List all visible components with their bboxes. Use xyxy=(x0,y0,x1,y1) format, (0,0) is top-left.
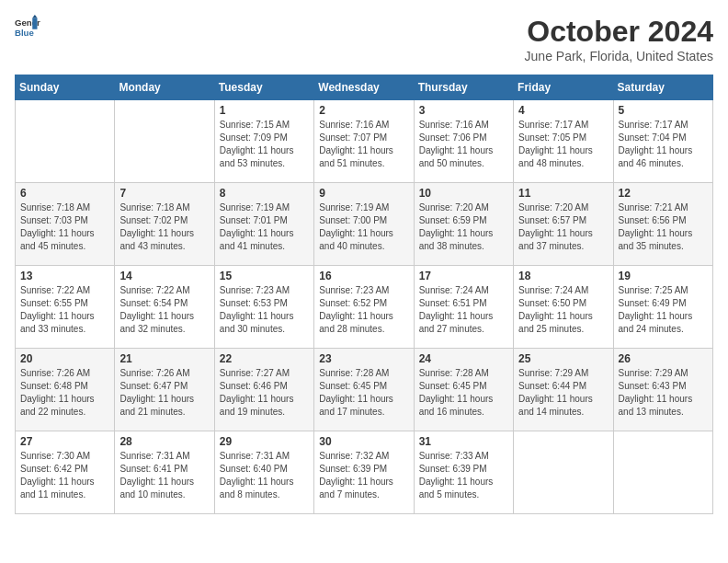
day-info: Sunrise: 7:18 AM Sunset: 7:03 PM Dayligh… xyxy=(20,201,109,253)
calendar-cell: 29Sunrise: 7:31 AM Sunset: 6:40 PM Dayli… xyxy=(214,431,313,514)
day-number: 29 xyxy=(220,435,309,448)
day-number: 16 xyxy=(319,270,408,282)
day-info: Sunrise: 7:26 AM Sunset: 6:47 PM Dayligh… xyxy=(119,367,209,419)
calendar-cell: 24Sunrise: 7:28 AM Sunset: 6:45 PM Dayli… xyxy=(414,349,513,431)
calendar-cell: 31Sunrise: 7:33 AM Sunset: 6:39 PM Dayli… xyxy=(414,431,513,514)
day-info: Sunrise: 7:33 AM Sunset: 6:39 PM Dayligh… xyxy=(419,450,508,501)
day-number: 10 xyxy=(419,187,508,200)
calendar-cell: 2Sunrise: 7:16 AM Sunset: 7:07 PM Daylig… xyxy=(314,100,414,183)
day-info: Sunrise: 7:20 AM Sunset: 6:59 PM Dayligh… xyxy=(419,201,508,253)
day-number: 25 xyxy=(518,352,608,365)
page-header: General Blue October 2024 June Park, Flo… xyxy=(15,15,713,63)
title-block: October 2024 June Park, Florida, United … xyxy=(525,15,713,63)
calendar-cell: 22Sunrise: 7:27 AM Sunset: 6:46 PM Dayli… xyxy=(214,349,313,431)
svg-text:Blue: Blue xyxy=(15,28,34,38)
day-info: Sunrise: 7:18 AM Sunset: 7:02 PM Dayligh… xyxy=(119,201,209,253)
day-number: 20 xyxy=(20,352,109,365)
day-info: Sunrise: 7:29 AM Sunset: 6:43 PM Dayligh… xyxy=(619,367,708,419)
weekday-thursday: Thursday xyxy=(414,75,513,100)
calendar-cell xyxy=(16,100,115,183)
calendar-cell: 8Sunrise: 7:19 AM Sunset: 7:01 PM Daylig… xyxy=(214,183,313,266)
calendar-cell: 18Sunrise: 7:24 AM Sunset: 6:50 PM Dayli… xyxy=(514,266,613,349)
calendar-cell: 17Sunrise: 7:24 AM Sunset: 6:51 PM Dayli… xyxy=(414,266,513,349)
calendar-cell: 15Sunrise: 7:23 AM Sunset: 6:53 PM Dayli… xyxy=(214,266,313,349)
day-number: 14 xyxy=(119,270,209,282)
calendar-cell: 28Sunrise: 7:31 AM Sunset: 6:41 PM Dayli… xyxy=(115,431,214,514)
day-number: 22 xyxy=(220,352,309,365)
calendar-cell: 4Sunrise: 7:17 AM Sunset: 7:05 PM Daylig… xyxy=(514,100,613,183)
day-number: 12 xyxy=(619,187,708,200)
calendar-cell: 11Sunrise: 7:20 AM Sunset: 6:57 PM Dayli… xyxy=(514,183,613,266)
weekday-monday: Monday xyxy=(115,75,214,100)
day-number: 8 xyxy=(220,187,309,200)
day-number: 11 xyxy=(518,187,608,200)
day-info: Sunrise: 7:26 AM Sunset: 6:48 PM Dayligh… xyxy=(20,367,109,419)
calendar-body: 1Sunrise: 7:15 AM Sunset: 7:09 PM Daylig… xyxy=(16,100,713,514)
svg-marker-3 xyxy=(32,15,37,18)
calendar-cell: 19Sunrise: 7:25 AM Sunset: 6:49 PM Dayli… xyxy=(613,266,712,349)
calendar-cell: 14Sunrise: 7:22 AM Sunset: 6:54 PM Dayli… xyxy=(115,266,214,349)
calendar-cell: 26Sunrise: 7:29 AM Sunset: 6:43 PM Dayli… xyxy=(613,349,712,431)
weekday-saturday: Saturday xyxy=(613,75,712,100)
calendar-week-5: 27Sunrise: 7:30 AM Sunset: 6:42 PM Dayli… xyxy=(16,431,713,514)
calendar-cell xyxy=(613,431,712,514)
calendar-cell: 21Sunrise: 7:26 AM Sunset: 6:47 PM Dayli… xyxy=(115,349,214,431)
day-info: Sunrise: 7:21 AM Sunset: 6:56 PM Dayligh… xyxy=(619,201,708,253)
calendar-cell: 6Sunrise: 7:18 AM Sunset: 7:03 PM Daylig… xyxy=(16,183,115,266)
day-info: Sunrise: 7:16 AM Sunset: 7:06 PM Dayligh… xyxy=(419,119,508,170)
calendar-cell: 12Sunrise: 7:21 AM Sunset: 6:56 PM Dayli… xyxy=(613,183,712,266)
weekday-tuesday: Tuesday xyxy=(214,75,313,100)
calendar-cell: 23Sunrise: 7:28 AM Sunset: 6:45 PM Dayli… xyxy=(314,349,414,431)
calendar-cell: 9Sunrise: 7:19 AM Sunset: 7:00 PM Daylig… xyxy=(314,183,414,266)
day-number: 5 xyxy=(619,104,708,117)
day-info: Sunrise: 7:16 AM Sunset: 7:07 PM Dayligh… xyxy=(319,119,408,170)
day-number: 18 xyxy=(518,270,608,282)
calendar-week-4: 20Sunrise: 7:26 AM Sunset: 6:48 PM Dayli… xyxy=(16,349,713,431)
calendar-cell xyxy=(115,100,214,183)
day-info: Sunrise: 7:28 AM Sunset: 6:45 PM Dayligh… xyxy=(419,367,508,419)
calendar-week-3: 13Sunrise: 7:22 AM Sunset: 6:55 PM Dayli… xyxy=(16,266,713,349)
logo: General Blue xyxy=(15,15,40,40)
calendar-cell: 25Sunrise: 7:29 AM Sunset: 6:44 PM Dayli… xyxy=(514,349,613,431)
day-info: Sunrise: 7:22 AM Sunset: 6:55 PM Dayligh… xyxy=(20,284,109,336)
day-number: 1 xyxy=(220,104,309,117)
day-number: 17 xyxy=(419,270,508,282)
day-number: 13 xyxy=(20,270,109,282)
day-info: Sunrise: 7:24 AM Sunset: 6:51 PM Dayligh… xyxy=(419,284,508,336)
calendar-cell: 3Sunrise: 7:16 AM Sunset: 7:06 PM Daylig… xyxy=(414,100,513,183)
day-number: 21 xyxy=(119,352,209,365)
weekday-header-row: SundayMondayTuesdayWednesdayThursdayFrid… xyxy=(16,75,713,100)
day-info: Sunrise: 7:24 AM Sunset: 6:50 PM Dayligh… xyxy=(518,284,608,336)
location: June Park, Florida, United States xyxy=(525,49,713,63)
day-info: Sunrise: 7:28 AM Sunset: 6:45 PM Dayligh… xyxy=(319,367,408,419)
day-number: 23 xyxy=(319,352,408,365)
day-info: Sunrise: 7:15 AM Sunset: 7:09 PM Dayligh… xyxy=(220,119,309,170)
month-title: October 2024 xyxy=(525,15,713,49)
day-info: Sunrise: 7:19 AM Sunset: 7:01 PM Dayligh… xyxy=(220,201,309,253)
day-info: Sunrise: 7:23 AM Sunset: 6:52 PM Dayligh… xyxy=(319,284,408,336)
day-number: 24 xyxy=(419,352,508,365)
day-number: 31 xyxy=(419,435,508,448)
day-number: 7 xyxy=(119,187,209,200)
calendar-cell: 30Sunrise: 7:32 AM Sunset: 6:39 PM Dayli… xyxy=(314,431,414,514)
calendar-cell: 10Sunrise: 7:20 AM Sunset: 6:59 PM Dayli… xyxy=(414,183,513,266)
day-info: Sunrise: 7:19 AM Sunset: 7:00 PM Dayligh… xyxy=(319,201,408,253)
day-info: Sunrise: 7:30 AM Sunset: 6:42 PM Dayligh… xyxy=(20,450,109,501)
day-info: Sunrise: 7:22 AM Sunset: 6:54 PM Dayligh… xyxy=(119,284,209,336)
day-number: 15 xyxy=(220,270,309,282)
calendar-cell xyxy=(514,431,613,514)
calendar-cell: 13Sunrise: 7:22 AM Sunset: 6:55 PM Dayli… xyxy=(16,266,115,349)
day-info: Sunrise: 7:29 AM Sunset: 6:44 PM Dayligh… xyxy=(518,367,608,419)
calendar-cell: 1Sunrise: 7:15 AM Sunset: 7:09 PM Daylig… xyxy=(214,100,313,183)
day-info: Sunrise: 7:23 AM Sunset: 6:53 PM Dayligh… xyxy=(220,284,309,336)
day-number: 6 xyxy=(20,187,109,200)
weekday-wednesday: Wednesday xyxy=(314,75,414,100)
calendar-cell: 16Sunrise: 7:23 AM Sunset: 6:52 PM Dayli… xyxy=(314,266,414,349)
day-number: 2 xyxy=(319,104,408,117)
calendar-header: SundayMondayTuesdayWednesdayThursdayFrid… xyxy=(16,75,713,100)
calendar-cell: 7Sunrise: 7:18 AM Sunset: 7:02 PM Daylig… xyxy=(115,183,214,266)
day-info: Sunrise: 7:32 AM Sunset: 6:39 PM Dayligh… xyxy=(319,450,408,501)
day-info: Sunrise: 7:17 AM Sunset: 7:05 PM Dayligh… xyxy=(518,119,608,170)
day-number: 4 xyxy=(518,104,608,117)
calendar-week-1: 1Sunrise: 7:15 AM Sunset: 7:09 PM Daylig… xyxy=(16,100,713,183)
